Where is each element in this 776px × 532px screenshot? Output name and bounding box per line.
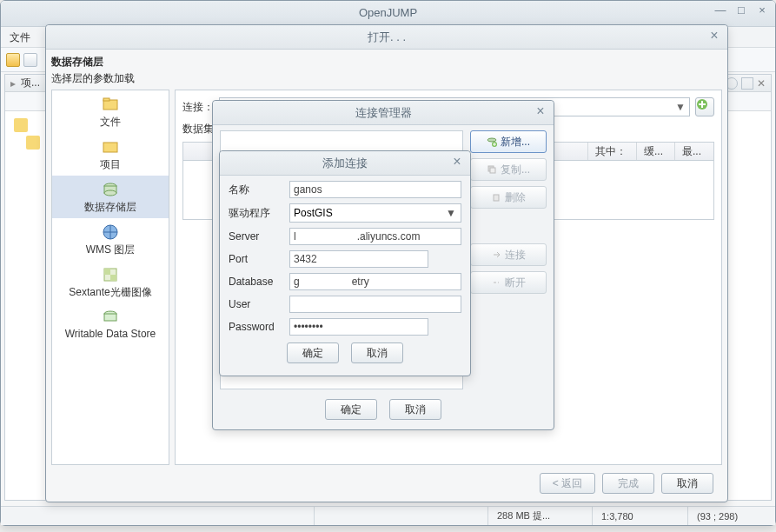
name-label: 名称 — [229, 183, 289, 197]
addconn-ok-button[interactable]: 确定 — [287, 342, 339, 363]
dropdown-arrow-icon: ▼ — [445, 207, 457, 219]
name-input[interactable] — [289, 181, 461, 198]
driver-select[interactable]: PostGIS ▼ — [289, 203, 461, 223]
open-heading: 数据存储层 — [51, 55, 722, 70]
main-titlebar[interactable]: OpenJUMP — □ × — [1, 1, 775, 27]
status-memory: 288 MB 提... — [488, 507, 593, 525]
svg-point-13 — [487, 138, 496, 142]
svg-rect-17 — [494, 195, 499, 201]
status-bar: 288 MB 提... 1:3,780 (93 ; 298) — [1, 506, 775, 525]
addconn-cancel-button[interactable]: 取消 — [351, 342, 403, 363]
sidebar-item-label: Writable Data Store — [65, 328, 156, 340]
open-sidebar: 文件 项目 数据存储层 WMS 图层 Sextante光栅图像 Writable… — [51, 90, 169, 465]
new-icon[interactable] — [6, 53, 20, 67]
connmgr-ok-button[interactable]: 确定 — [325, 399, 377, 420]
addconn-title: 添加连接 — [322, 156, 368, 170]
status-scale: 1:3,780 — [593, 507, 688, 525]
driver-value: PostGIS — [294, 207, 333, 219]
sidebar-item-label: WMS 图层 — [86, 243, 136, 256]
sidebar-item-file[interactable]: 文件 — [52, 90, 169, 133]
open-titlebar[interactable]: 打开. . . × — [46, 25, 727, 50]
sidebar-item-sextante[interactable]: Sextante光栅图像 — [52, 261, 169, 303]
disconnect-button[interactable]: 断开 — [470, 271, 547, 294]
menu-file[interactable]: 文件 — [10, 31, 30, 43]
delete-icon — [491, 192, 501, 203]
btn-label: 断开 — [505, 272, 526, 293]
sidebar-item-wms[interactable]: WMS 图层 — [52, 218, 169, 261]
connmgr-cancel-button[interactable]: 取消 — [389, 399, 441, 420]
plug-icon — [491, 249, 501, 260]
port-label: Port — [229, 253, 289, 265]
finish-button[interactable]: 完成 — [602, 473, 654, 494]
sidebar-item-label: 数据存储层 — [84, 201, 136, 213]
database-label: Database — [229, 276, 289, 288]
open-title: 打开. . . — [368, 30, 406, 43]
main-title: OpenJUMP — [359, 6, 417, 19]
globe-icon — [102, 223, 119, 241]
connmgr-close-icon[interactable]: × — [533, 104, 548, 120]
back-button[interactable]: < 返回 — [540, 473, 595, 494]
server-label: Server — [229, 230, 289, 243]
open-cancel-button[interactable]: 取消 — [661, 473, 713, 494]
password-label: Password — [229, 321, 289, 333]
panel-close-icon[interactable]: ✕ — [757, 77, 766, 90]
btn-label: 连接 — [505, 244, 526, 265]
plus-db-icon — [487, 136, 497, 147]
project-tab[interactable]: 项... — [21, 76, 40, 90]
folder-icon — [26, 136, 40, 150]
svg-rect-16 — [490, 168, 495, 173]
open-icon[interactable] — [23, 53, 37, 67]
svg-rect-11 — [104, 314, 116, 321]
open-subheading: 选择层的参数加载 — [51, 71, 722, 86]
folder-file-icon — [102, 96, 119, 113]
sidebar-item-label: 项目 — [100, 158, 121, 170]
svg-rect-1 — [103, 98, 109, 101]
unplug-icon — [491, 277, 501, 288]
sidebar-item-datastore[interactable]: 数据存储层 — [52, 176, 169, 218]
copy-icon — [487, 164, 497, 175]
open-footer: < 返回 完成 取消 — [51, 470, 722, 496]
add-connection-button[interactable]: 新增... — [470, 130, 547, 153]
driver-label: 驱动程序 — [229, 206, 289, 221]
password-input[interactable] — [289, 318, 428, 336]
user-input[interactable] — [289, 296, 461, 313]
close-button[interactable]: × — [753, 3, 772, 20]
add-connection-dialog: 添加连接 × 名称 驱动程序 PostGIS ▼ Server Port Dat… — [219, 150, 471, 376]
folder-icon — [14, 118, 28, 132]
col-where[interactable]: 其中： — [588, 143, 637, 160]
server-input[interactable] — [289, 228, 461, 245]
svg-rect-2 — [103, 143, 117, 152]
port-input[interactable] — [289, 250, 428, 268]
open-close-icon[interactable]: × — [706, 29, 722, 44]
addconn-close-icon[interactable]: × — [449, 155, 465, 170]
raster-icon — [102, 266, 119, 283]
plus-icon — [696, 98, 708, 110]
sidebar-item-label: Sextante光栅图像 — [69, 286, 151, 298]
svg-rect-9 — [110, 275, 116, 281]
database-input[interactable] — [289, 273, 461, 290]
sidebar-item-label: 文件 — [100, 116, 121, 128]
svg-rect-0 — [103, 100, 117, 110]
col-max[interactable]: 最... — [675, 143, 713, 160]
btn-label: 复制... — [501, 159, 530, 180]
writable-store-icon — [102, 309, 119, 326]
panel-maximize-icon[interactable] — [741, 77, 753, 90]
user-label: User — [229, 298, 289, 310]
connection-add-button[interactable] — [695, 97, 714, 116]
maximize-button[interactable]: □ — [732, 3, 751, 20]
btn-label: 新增... — [501, 131, 530, 152]
copy-connection-button[interactable]: 复制... — [470, 158, 547, 181]
dataset-label: 数据集 — [182, 122, 214, 136]
delete-connection-button[interactable]: 删除 — [470, 186, 547, 209]
col-cache[interactable]: 缓... — [637, 143, 675, 160]
connmgr-titlebar[interactable]: 连接管理器 × — [213, 101, 554, 125]
addconn-titlebar[interactable]: 添加连接 × — [220, 151, 470, 176]
connection-label: 连接： — [182, 100, 214, 115]
minimize-button[interactable]: — — [711, 3, 730, 20]
sidebar-item-writable[interactable]: Writable Data Store — [52, 303, 169, 343]
svg-rect-8 — [104, 269, 110, 275]
connmgr-title: 连接管理器 — [355, 106, 412, 119]
sidebar-item-project[interactable]: 项目 — [52, 133, 169, 176]
connect-button[interactable]: 连接 — [470, 243, 547, 266]
datastore-icon — [102, 181, 119, 198]
